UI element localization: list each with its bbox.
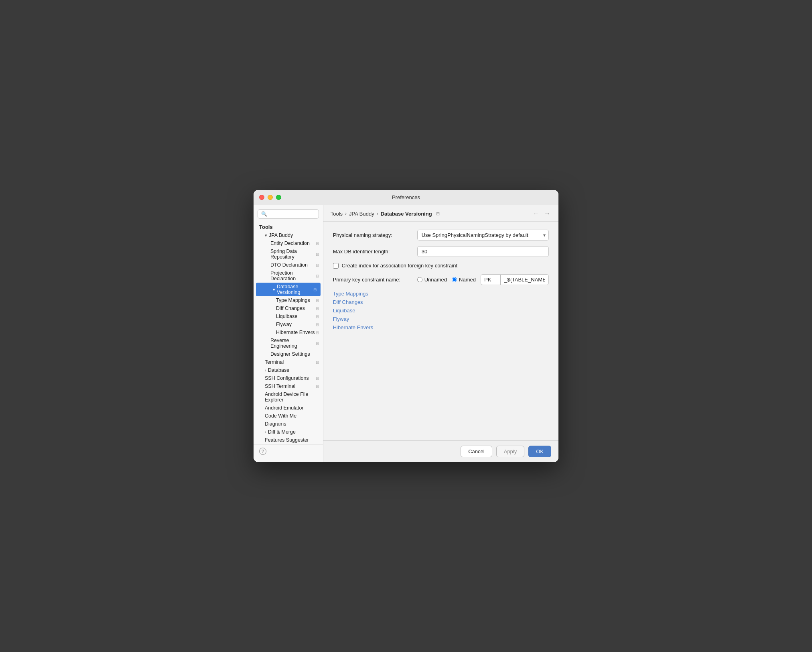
search-bar[interactable]: 🔍	[258, 209, 319, 219]
settings-icon: ⊟	[316, 322, 319, 327]
sidebar-item-android-emulator[interactable]: Android Emulator	[254, 404, 323, 412]
pk-constraint-label: Primary key constraint name:	[333, 277, 413, 283]
sidebar-item-ssh-terminal[interactable]: SSH Terminal ⊟	[254, 382, 323, 390]
sidebar-item-label: Liquibase	[276, 314, 298, 319]
chevron-right-icon: ›	[265, 430, 266, 434]
main-panel: Tools › JPA Buddy › Database Versioning …	[323, 205, 558, 462]
settings-icon: ⊟	[316, 314, 319, 319]
link-hibernate-envers[interactable]: Hibernate Envers	[333, 324, 549, 330]
breadcrumb-settings-icon: ⊟	[436, 211, 440, 216]
physical-naming-label: Physical naming strategy:	[333, 232, 413, 238]
settings-icon: ⊟	[316, 252, 319, 257]
sidebar-item-label: Terminal	[265, 359, 284, 365]
settings-icon: ⊟	[316, 263, 319, 267]
sidebar-item-label: Diff & Merge	[268, 429, 296, 435]
form-content: Physical naming strategy: Use SpringPhys…	[323, 222, 558, 440]
sidebar-item-projection-declaration[interactable]: Projection Declaration ⊟	[254, 269, 323, 283]
ok-button[interactable]: OK	[528, 446, 551, 457]
sidebar-item-label: DTO Declaration	[270, 262, 308, 268]
pk-radio-named-option[interactable]: Named	[452, 277, 476, 283]
sidebar-item-spring-data-repository[interactable]: Spring Data Repository ⊟	[254, 247, 323, 261]
sidebar-item-liquibase[interactable]: Liquibase ⊟	[254, 312, 323, 320]
pk-radio-unnamed[interactable]	[417, 277, 422, 282]
sidebar-item-label: Features Suggester	[265, 437, 309, 443]
sidebar-item-code-with-me[interactable]: Code With Me	[254, 412, 323, 420]
sidebar-item-label: Projection Declaration	[270, 270, 316, 281]
forward-button[interactable]: →	[543, 210, 551, 217]
sidebar-item-jpa-buddy[interactable]: ▾ JPA Buddy	[254, 231, 323, 239]
sidebar-section-tools: Tools	[254, 223, 323, 231]
sidebar-item-label: SSH Configurations	[265, 375, 309, 381]
sidebar-item-database-versioning[interactable]: ▾ Database Versioning ⊟	[256, 283, 321, 296]
max-db-length-label: Max DB identifier length:	[333, 249, 413, 255]
sidebar-item-reverse-engineering[interactable]: Reverse Engineering ⊟	[254, 336, 323, 350]
sidebar-item-dto-declaration[interactable]: DTO Declaration ⊟	[254, 261, 323, 269]
pk-radio-unnamed-option[interactable]: Unnamed	[417, 277, 447, 283]
maximize-button[interactable]	[276, 195, 281, 200]
pk-suffix-input[interactable]	[501, 274, 549, 285]
sidebar-item-flyway[interactable]: Flyway ⊟	[254, 320, 323, 328]
settings-icon: ⊟	[316, 306, 319, 311]
sidebar-item-label: Entity Declaration	[270, 240, 310, 246]
physical-naming-select[interactable]: Use SpringPhysicalNamingStrategy by defa…	[417, 230, 549, 240]
breadcrumb-tools: Tools	[331, 211, 343, 217]
pk-constraint-row: Primary key constraint name: Unnamed Nam…	[333, 274, 549, 285]
minimize-button[interactable]	[268, 195, 273, 200]
sidebar-item-label: Code With Me	[265, 413, 296, 419]
pk-radio-named-label: Named	[459, 277, 476, 283]
link-diff-changes[interactable]: Diff Changes	[333, 299, 549, 305]
sidebar-item-database[interactable]: › Database	[254, 366, 323, 374]
link-liquibase[interactable]: Liquibase	[333, 308, 549, 314]
sidebar-section-label: Tools	[259, 224, 273, 230]
settings-icon: ⊟	[316, 274, 319, 278]
settings-icon: ⊟	[316, 376, 319, 381]
sidebar-item-hibernate-envers[interactable]: Hibernate Envers ⊟	[254, 328, 323, 336]
sidebar-item-label: Hibernate Envers	[276, 330, 315, 335]
max-db-length-row: Max DB identifier length:	[333, 246, 549, 257]
breadcrumb-current: Database Versioning	[381, 211, 432, 217]
sidebar-item-android-device[interactable]: Android Device File Explorer	[254, 390, 323, 404]
sidebar-item-label: Database	[268, 367, 290, 373]
sidebar-tree: Tools ▾ JPA Buddy Entity Declaration ⊟ S…	[254, 223, 323, 444]
main-content-area: 🔍 Tools ▾ JPA Buddy Entity Declaration ⊟…	[254, 205, 558, 462]
pk-prefix-input[interactable]	[481, 274, 501, 285]
pk-radio-named[interactable]	[452, 277, 457, 282]
physical-naming-select-wrapper: Use SpringPhysicalNamingStrategy by defa…	[417, 230, 549, 240]
sidebar-item-diff-merge[interactable]: › Diff & Merge	[254, 428, 323, 436]
sidebar-item-label: Type Mappings	[276, 297, 310, 303]
sidebar-item-entity-declaration[interactable]: Entity Declaration ⊟	[254, 239, 323, 247]
help-button[interactable]: ?	[259, 448, 266, 455]
cancel-button[interactable]: Cancel	[461, 446, 492, 457]
max-db-length-input[interactable]	[417, 246, 549, 257]
sidebar-item-label: Diff Changes	[276, 306, 305, 311]
chevron-down-icon: ▾	[265, 233, 267, 238]
settings-icon: ⊟	[316, 241, 319, 246]
link-flyway[interactable]: Flyway	[333, 316, 549, 322]
pk-inputs	[481, 274, 549, 285]
create-index-checkbox[interactable]	[333, 263, 339, 269]
settings-icon: ⊟	[313, 287, 317, 292]
sidebar-item-ssh-configurations[interactable]: SSH Configurations ⊟	[254, 374, 323, 382]
sidebar-item-diagrams[interactable]: Diagrams	[254, 420, 323, 428]
sidebar: 🔍 Tools ▾ JPA Buddy Entity Declaration ⊟…	[254, 205, 323, 462]
close-button[interactable]	[259, 195, 264, 200]
link-list: Type Mappings Diff Changes Liquibase Fly…	[333, 291, 549, 330]
sidebar-item-type-mappings[interactable]: Type Mappings ⊟	[254, 296, 323, 304]
sidebar-item-terminal[interactable]: Terminal ⊟	[254, 358, 323, 366]
link-type-mappings[interactable]: Type Mappings	[333, 291, 549, 297]
sidebar-item-features-suggester[interactable]: Features Suggester	[254, 436, 323, 444]
back-button[interactable]: ←	[532, 210, 540, 217]
sidebar-item-label: JPA Buddy	[269, 232, 293, 238]
sidebar-item-diff-changes[interactable]: Diff Changes ⊟	[254, 304, 323, 312]
create-index-label: Create index for association foreign key…	[342, 263, 457, 269]
nav-arrows: ← →	[532, 210, 551, 217]
settings-icon: ⊟	[316, 384, 319, 389]
settings-icon: ⊟	[316, 330, 319, 335]
search-input[interactable]	[269, 211, 315, 217]
sidebar-item-designer-settings[interactable]: Designer Settings	[254, 350, 323, 358]
create-index-row: Create index for association foreign key…	[333, 263, 549, 269]
apply-button[interactable]: Apply	[496, 446, 525, 457]
footer: Cancel Apply OK	[323, 440, 558, 462]
breadcrumb: Tools › JPA Buddy › Database Versioning …	[323, 205, 558, 222]
settings-icon: ⊟	[316, 341, 319, 346]
